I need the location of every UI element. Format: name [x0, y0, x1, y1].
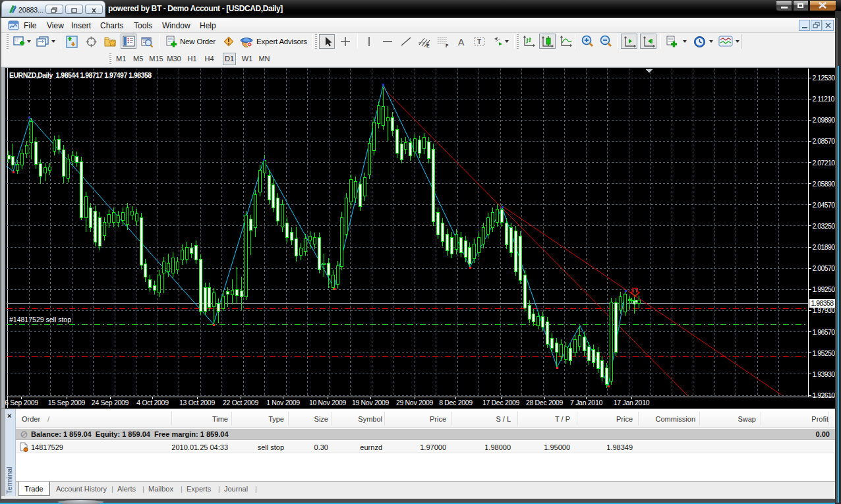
svg-text:A: A	[458, 37, 465, 47]
svg-text:2.04570: 2.04570	[813, 201, 836, 209]
svg-text:6 Sep 2009: 6 Sep 2009	[5, 399, 38, 406]
svg-text:1.97930: 1.97930	[813, 306, 836, 314]
svg-text:22 Oct 2009: 22 Oct 2009	[223, 399, 258, 406]
svg-text:4 Oct 2009: 4 Oct 2009	[136, 399, 169, 406]
svg-text:1.95250: 1.95250	[813, 349, 836, 357]
svg-text:1.99250: 1.99250	[813, 285, 836, 293]
svg-text:2.01890: 2.01890	[813, 243, 836, 251]
svg-text:2.00570: 2.00570	[813, 264, 836, 272]
svg-text:2.08570: 2.08570	[813, 137, 836, 145]
svg-text:2.05890: 2.05890	[813, 180, 836, 188]
svg-text:F: F	[446, 43, 449, 48]
svg-text:1.92610: 1.92610	[813, 391, 836, 399]
svg-text:2.12530: 2.12530	[813, 74, 836, 82]
svg-text:17 Jan 2010: 17 Jan 2010	[614, 399, 650, 406]
svg-text:17 Dec 2009: 17 Dec 2009	[482, 399, 520, 406]
svg-text:24 Sep 2009: 24 Sep 2009	[92, 399, 129, 406]
svg-text:1 Nov 2009: 1 Nov 2009	[266, 399, 300, 406]
svg-text:1.93930: 1.93930	[813, 370, 836, 378]
svg-text:#14817529 sell stop: #14817529 sell stop	[9, 316, 71, 323]
svg-text:2.07210: 2.07210	[813, 159, 836, 167]
svg-text:7 Jan 2010: 7 Jan 2010	[570, 399, 602, 406]
svg-text:T: T	[477, 38, 481, 45]
svg-text:1.98358: 1.98358	[811, 299, 834, 307]
svg-text:29 Nov 2009: 29 Nov 2009	[396, 399, 434, 406]
svg-text:2.03250: 2.03250	[813, 222, 836, 230]
svg-text:19 Nov 2009: 19 Nov 2009	[352, 399, 390, 406]
svg-text:28 Dec 2009: 28 Dec 2009	[526, 399, 564, 406]
svg-text:8 Dec 2009: 8 Dec 2009	[439, 399, 473, 406]
svg-text:2.11210: 2.11210	[813, 95, 835, 103]
svg-text:1.96570: 1.96570	[813, 328, 836, 336]
svg-text:EURNZD,Daily 1.98544 1.98717: EURNZD,Daily 1.98544 1.98717 1.97497 1.9…	[9, 71, 152, 79]
svg-text:15 Sep 2009: 15 Sep 2009	[48, 399, 86, 406]
svg-text:E: E	[426, 43, 430, 48]
svg-text:13 Oct 2009: 13 Oct 2009	[179, 399, 215, 406]
svg-text:10 Nov 2009: 10 Nov 2009	[309, 399, 347, 406]
svg-text:2.09890: 2.09890	[813, 116, 836, 124]
